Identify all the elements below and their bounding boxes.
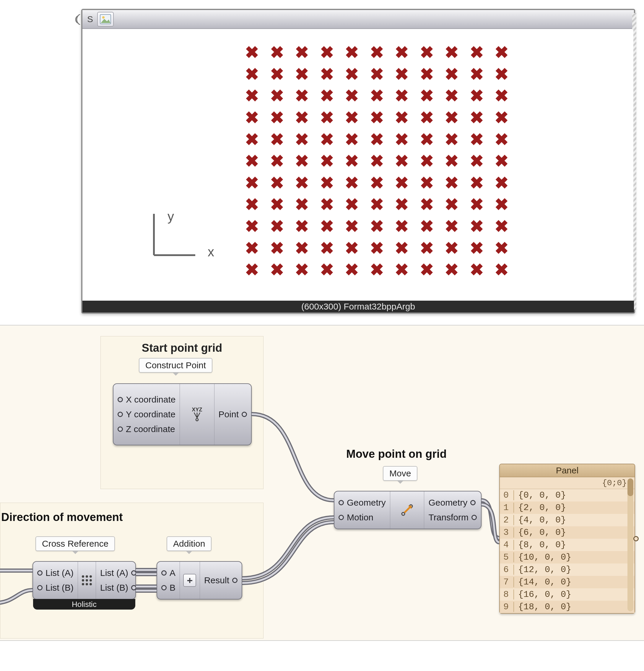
panel-row-index: 3 (500, 528, 514, 537)
panel-row: 5{10, 0, 0} (500, 551, 634, 564)
grid-point: ✖ (363, 84, 391, 108)
grid-point: ✖ (288, 171, 316, 195)
grid-point: ✖ (288, 84, 316, 108)
panel-row: 2{4, 0, 0} (500, 514, 634, 526)
grid-point: ✖ (263, 171, 291, 195)
svg-line-7 (197, 413, 200, 418)
port-out-result[interactable] (232, 578, 238, 583)
grid-point: ✖ (238, 192, 266, 216)
port-out-transform[interactable] (471, 515, 477, 520)
grid-point: ✖ (388, 62, 416, 86)
panel-row: 8{16, 0, 0} (500, 588, 634, 601)
grid-point: ✖ (288, 258, 316, 282)
port-out-point[interactable] (242, 412, 247, 417)
grid-point: ✖ (338, 214, 366, 238)
grid-point: ✖ (338, 258, 366, 282)
grid-point: ✖ (488, 127, 516, 151)
grid-point: ✖ (313, 214, 341, 238)
port-out-list-a[interactable] (131, 570, 137, 575)
grid-point: ✖ (363, 62, 391, 86)
grid-point: ✖ (263, 258, 291, 282)
grid-point: ✖ (388, 40, 416, 64)
axis-x-label: x (208, 244, 214, 259)
panel-path: {0;0} (602, 479, 627, 488)
svg-line-5 (194, 413, 197, 418)
grid-point: ✖ (288, 192, 316, 216)
status-text: (600x300) Format32bppArgb (301, 302, 415, 312)
port-in-motion[interactable] (339, 515, 344, 520)
label-construct-point: Construct Point (139, 358, 212, 373)
grid-point: ✖ (388, 84, 416, 108)
section-title-move: Move point on grid (346, 448, 447, 460)
svg-point-11 (89, 575, 92, 578)
grid-point: ✖ (263, 214, 291, 238)
grid-point: ✖ (488, 236, 516, 260)
panel-row-index: 4 (500, 540, 514, 550)
input-list-b: List (B) (46, 583, 74, 593)
grid-point: ✖ (338, 84, 366, 108)
port-out-list-b[interactable] (131, 585, 137, 590)
plus-icon: + (183, 574, 196, 587)
grid-point: ✖ (313, 105, 341, 129)
panel-rows: 0{0, 0, 0}1{2, 0, 0}2{4, 0, 0}3{6, 0, 0}… (500, 489, 634, 613)
panel-row-index: 7 (500, 577, 514, 587)
port-in-x[interactable] (117, 397, 123, 402)
grid-point: ✖ (363, 258, 391, 282)
input-z: Z coordinate (126, 424, 175, 434)
node-addition[interactable]: A B + Result (156, 561, 242, 599)
svg-point-8 (196, 418, 198, 421)
port-out-geometry[interactable] (470, 500, 476, 505)
panel-scrollbar[interactable] (628, 479, 633, 611)
grid-point: ✖ (238, 214, 266, 238)
label-cross-reference: Cross Reference (36, 536, 115, 551)
port-in-list-a[interactable] (37, 570, 42, 575)
grid-point: ✖ (263, 62, 291, 86)
panel-output-grip[interactable] (633, 536, 639, 541)
port-in-z[interactable] (117, 427, 123, 432)
grid-point: ✖ (488, 214, 516, 238)
node-canvas[interactable]: Start point grid Direction of movement M… (0, 325, 644, 641)
grid-point: ✖ (238, 236, 266, 260)
grid-point: ✖ (438, 127, 466, 151)
cross-reference-icon (78, 571, 96, 589)
port-in-y[interactable] (117, 412, 123, 417)
grid-point: ✖ (463, 214, 491, 238)
node-construct-point[interactable]: X coordinate Y coordinate Z coordinate X… (113, 383, 252, 445)
grid-point: ✖ (263, 192, 291, 216)
input-geometry: Geometry (347, 498, 386, 508)
output-point: Point (219, 409, 239, 419)
grid-point: ✖ (288, 149, 316, 173)
grid-point: ✖ (263, 149, 291, 173)
grid-point: ✖ (413, 105, 441, 129)
image-thumbnail-icon[interactable] (97, 12, 114, 27)
port-in-a[interactable] (161, 570, 167, 575)
panel-row-index: 2 (500, 515, 514, 525)
grid-point: ✖ (488, 149, 516, 173)
grid-point: ✖ (463, 149, 491, 173)
grid-point: ✖ (463, 84, 491, 108)
grid-point: ✖ (288, 236, 316, 260)
grid-point: ✖ (313, 149, 341, 173)
grid-point: ✖ (313, 84, 341, 108)
port-in-b[interactable] (161, 585, 167, 590)
output-list-b: List (B) (100, 583, 128, 593)
panel-row-value: {14, 0, 0} (514, 577, 571, 587)
axis-y-label: y (167, 209, 174, 224)
panel-scroll-thumb[interactable] (628, 479, 633, 496)
grid-point: ✖ (413, 149, 441, 173)
grid-point: ✖ (238, 62, 266, 86)
node-move[interactable]: Geometry Motion Geometry Transform (334, 491, 481, 529)
grid-point: ✖ (438, 258, 466, 282)
grid-point: ✖ (363, 40, 391, 64)
panel-row-value: {0, 0, 0} (514, 490, 566, 500)
grid-point: ✖ (238, 40, 266, 64)
port-in-geometry[interactable] (339, 500, 344, 505)
node-cross-reference[interactable]: List (A) List (B) List (A) List (B) Holi… (33, 561, 136, 599)
grid-point: ✖ (313, 192, 341, 216)
grid-point: ✖ (438, 171, 466, 195)
output-geometry: Geometry (428, 498, 467, 508)
grid-point: ✖ (463, 192, 491, 216)
port-in-list-b[interactable] (37, 585, 42, 590)
grid-point: ✖ (463, 40, 491, 64)
panel-output[interactable]: Panel {0;0} 0{0, 0, 0}1{2, 0, 0}2{4, 0, … (499, 464, 635, 614)
